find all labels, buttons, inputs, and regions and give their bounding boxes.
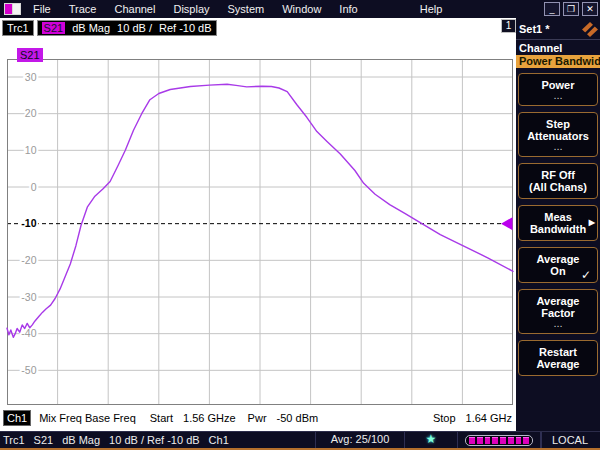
softkey-meas-bandwidth[interactable]: MeasBandwidth▶ [518,205,598,241]
y-axis-label: -30 [21,291,36,303]
channel-name-box[interactable]: Ch1 [3,410,31,426]
trace-format: dB Mag [72,22,110,34]
softkey-panel: Set1 * Channel Power Bandwidth Power...S… [516,18,600,431]
main-row: Trc1 S21 dB Mag 10 dB / Ref -10 dB 1 302… [0,18,600,431]
power-label: Pwr [248,412,267,424]
softkey-power[interactable]: Power... [518,73,598,106]
trace-info-bar: Trc1 S21 dB Mag 10 dB / Ref -10 dB [2,20,217,36]
softkey-average-factor[interactable]: AverageFactor... [518,289,598,334]
y-axis-label: 30 [25,71,37,83]
status-trace-info: Trc1 S21 dB Mag 10 dB / Ref -10 dB Ch1 [0,432,316,448]
status-trace: Trc1 [3,434,25,446]
softkey-step-attenuators[interactable]: StepAttenuators... [518,112,598,157]
menu-display[interactable]: Display [164,1,218,17]
progress-cell [500,437,506,444]
submenu-arrow-icon: ▶ [589,217,595,229]
menu-window[interactable]: Window [273,1,330,17]
trace-scale: 10 dB / [117,22,152,34]
softkey-list: Power...StepAttenuators...RF Off(All Cha… [516,68,600,376]
progress-cell [523,437,529,444]
rohde-schwarz-logo [582,22,598,37]
sweep-progress [458,432,541,448]
y-axis-label: -50 [21,364,36,376]
y-axis-label: -20 [21,254,36,266]
y-axis-label: 10 [25,144,37,156]
trace-meas-chip: S21 [42,22,66,34]
diagram-area: Trc1 S21 dB Mag 10 dB / Ref -10 dB 1 302… [0,18,516,431]
ref-level-marker[interactable] [501,217,513,230]
status-channel: Ch1 [209,434,229,446]
progress-cell [492,437,498,444]
progress-cell [516,437,522,444]
progress-cell [469,437,475,444]
softkey-menu-header: Power Bandwidth [516,55,600,68]
progress-cell [477,437,483,444]
menu-info[interactable]: Info [330,1,366,17]
trace-ref: Ref -10 dB [159,22,212,34]
chart-canvas: 3020100-10-20-30-40-50 [7,59,513,405]
trace-name: Trc1 [7,22,29,34]
softkey-restart-average[interactable]: RestartAverage [518,340,598,376]
progress-cell [485,437,491,444]
menu-trace[interactable]: Trace [60,1,106,17]
y-axis-label: 20 [25,107,37,119]
menu-help[interactable]: Help [411,1,452,17]
menu-bar: FileTraceChannelDisplaySystemWindowInfoH… [0,0,600,18]
setup-row: Set1 * [516,18,600,39]
menu-file[interactable]: File [24,1,60,17]
stop-value: 1.64 GHz [466,412,512,424]
stop-label: Stop [433,412,456,424]
softkey-average-on[interactable]: AverageOn✓ [518,247,598,283]
restore-button[interactable]: ❐ [563,2,579,16]
local-mode-label: LOCAL [542,434,600,446]
average-count: Avg: 25/100 [316,432,405,448]
sweep-progress-box [465,435,533,446]
minimize-button[interactable]: _ [544,2,560,16]
status-bar: Trc1 S21 dB Mag 10 dB / Ref -10 dB Ch1 A… [0,431,600,448]
channel-info-bar: Ch1 Mix Freq Base Freq Start 1.56 GHze P… [3,409,512,427]
menu-system[interactable]: System [219,1,274,17]
vna-application-window: FileTraceChannelDisplaySystemWindowInfoH… [0,0,600,450]
diagram-number-badge: 1 [501,19,516,33]
y-axis-label: 0 [31,181,37,193]
trace-settings-box[interactable]: S21 dB Mag 10 dB / Ref -10 dB [37,20,217,36]
power-value: -50 dBm [277,412,319,424]
softkey-section-label: Channel [516,39,600,55]
channel-mode: Mix Freq Base Freq [39,412,136,424]
app-window-icon[interactable] [4,3,21,15]
chart-trace-label: S21 [17,48,43,62]
close-button[interactable]: ✕ [582,2,598,16]
window-controls: _❐✕ [544,2,598,16]
checkmark-icon: ✓ [581,269,591,281]
menu-channel[interactable]: Channel [105,1,164,17]
status-meas: S21 [34,434,54,446]
status-scale: 10 dB / Ref -10 dB [109,434,200,446]
menu-list: FileTraceChannelDisplaySystemWindowInfoH… [24,1,451,17]
trace-name-box[interactable]: Trc1 [2,20,34,36]
softkey-rf-off[interactable]: RF Off(All Chans) [518,163,598,199]
chart-area[interactable]: 3020100-10-20-30-40-50 S21 [7,59,513,405]
star-icon: ★ [405,432,458,448]
status-format: dB Mag [62,434,100,446]
y-axis-label: -40 [21,327,36,339]
y-axis-label: -10 [21,217,36,229]
setup-name: Set1 * [519,23,550,35]
start-label: Start [150,412,173,424]
start-value: 1.56 GHze [183,412,236,424]
progress-cell [508,437,514,444]
